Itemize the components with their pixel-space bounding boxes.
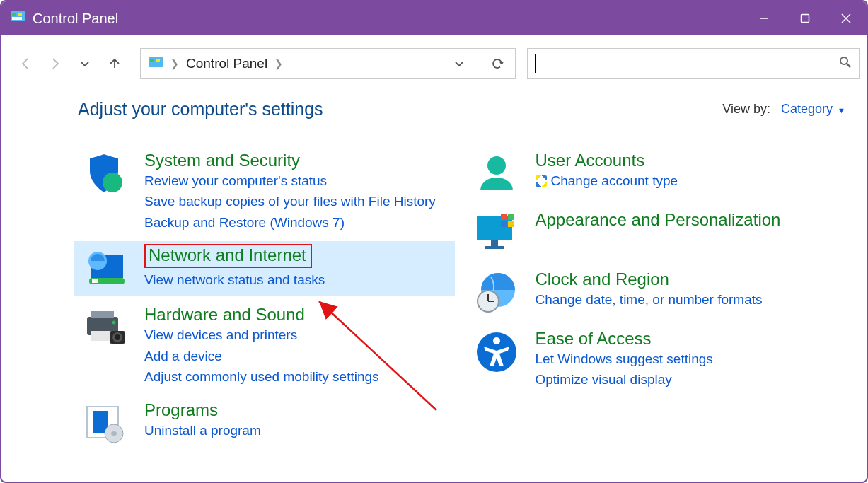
svg-rect-3 xyxy=(12,17,22,20)
svg-rect-9 xyxy=(150,59,154,62)
sublink[interactable]: Let Windows suggest settings xyxy=(536,349,846,369)
chevron-down-icon: ▼ xyxy=(838,106,845,115)
category-programs: Programs Uninstall a program xyxy=(78,396,455,451)
text-cursor xyxy=(535,54,536,73)
refresh-button[interactable] xyxy=(487,57,508,70)
left-column: System and Security Review your computer… xyxy=(78,146,455,455)
svg-rect-10 xyxy=(156,59,160,62)
maximize-button[interactable] xyxy=(785,1,826,35)
category-title[interactable]: Hardware and Sound xyxy=(144,305,305,324)
category-title[interactable]: Ease of Access xyxy=(536,329,652,348)
svg-rect-30 xyxy=(477,216,512,240)
forward-button[interactable] xyxy=(41,50,69,78)
printer-icon xyxy=(82,305,129,351)
view-by-value[interactable]: Category xyxy=(781,102,833,116)
svg-rect-31 xyxy=(491,240,498,246)
category-title[interactable]: User Accounts xyxy=(536,151,645,170)
sublink[interactable]: Optimize visual display xyxy=(536,369,846,390)
search-box[interactable] xyxy=(527,48,860,79)
programs-icon xyxy=(82,400,129,447)
svg-rect-33 xyxy=(501,214,507,220)
network-icon xyxy=(82,244,129,291)
sublink[interactable]: Backup and Restore (Windows 7) xyxy=(144,212,455,233)
svg-point-42 xyxy=(493,337,500,344)
svg-point-29 xyxy=(487,156,506,175)
category-hardware-sound: Hardware and Sound View devices and prin… xyxy=(78,301,455,391)
search-icon[interactable] xyxy=(839,56,852,71)
view-by[interactable]: View by: Category ▼ xyxy=(722,102,845,117)
clock-icon xyxy=(473,269,520,316)
category-title[interactable]: Network and Internet xyxy=(144,244,312,268)
category-title[interactable]: System and Security xyxy=(144,151,300,170)
content-area: Adjust your computer's settings View by:… xyxy=(1,92,867,462)
category-network-internet: Network and Internet View network status… xyxy=(74,241,455,296)
svg-rect-35 xyxy=(501,221,507,227)
category-title[interactable]: Clock and Region xyxy=(536,269,669,289)
sublink[interactable]: Change date, time, or number formats xyxy=(536,289,846,310)
address-dropdown[interactable] xyxy=(449,58,470,69)
toolbar: ❯ Control Panel ❯ xyxy=(1,35,867,92)
breadcrumb-separator: ❯ xyxy=(274,58,283,69)
right-column: User Accounts Change account type xyxy=(469,146,846,455)
sublink[interactable]: Save backup copies of your files with Fi… xyxy=(144,191,455,211)
category-system-security: System and Security Review your computer… xyxy=(78,146,455,237)
svg-point-24 xyxy=(115,334,120,340)
breadcrumb-text[interactable]: Control Panel xyxy=(186,56,267,71)
svg-rect-17 xyxy=(92,279,98,283)
address-bar[interactable]: ❯ Control Panel ❯ xyxy=(140,48,516,79)
sublink[interactable]: Add a device xyxy=(144,346,455,366)
user-icon xyxy=(473,151,520,197)
sublink[interactable]: View network status and tasks xyxy=(144,269,455,290)
category-title[interactable]: Programs xyxy=(144,400,218,419)
page-heading: Adjust your computer's settings xyxy=(78,99,323,120)
accessibility-icon xyxy=(473,329,520,376)
svg-point-28 xyxy=(111,431,117,436)
svg-rect-1 xyxy=(12,13,16,16)
category-appearance: Appearance and Personalization xyxy=(469,206,846,261)
minimize-button[interactable] xyxy=(743,1,785,35)
svg-rect-32 xyxy=(485,246,504,249)
breadcrumb-separator: ❯ xyxy=(170,58,179,69)
category-user-accounts: User Accounts Change account type xyxy=(469,146,846,202)
svg-point-13 xyxy=(103,173,122,192)
sublink[interactable]: View devices and printers xyxy=(144,325,455,345)
category-ease-of-access: Ease of Access Let Windows suggest setti… xyxy=(469,325,846,395)
sublink[interactable]: Change account type xyxy=(536,170,846,191)
window-title: Control Panel xyxy=(33,11,118,27)
svg-rect-5 xyxy=(802,15,809,23)
shield-icon xyxy=(82,151,129,197)
monitor-icon xyxy=(473,210,520,257)
category-clock-region: Clock and Region Change date, time, or n… xyxy=(469,265,846,320)
titlebar: Control Panel xyxy=(1,1,867,35)
app-icon xyxy=(10,11,25,26)
sublink[interactable]: Adjust commonly used mobility settings xyxy=(144,366,455,387)
up-button[interactable] xyxy=(100,50,129,78)
recent-dropdown[interactable] xyxy=(71,50,99,78)
sublink[interactable]: Uninstall a program xyxy=(144,420,455,441)
svg-rect-2 xyxy=(18,13,22,16)
category-title[interactable]: Appearance and Personalization xyxy=(536,210,781,229)
svg-rect-36 xyxy=(508,221,514,227)
view-by-label: View by: xyxy=(722,102,770,116)
svg-point-11 xyxy=(840,57,847,64)
svg-rect-34 xyxy=(508,214,514,220)
sublink[interactable]: Review your computer's status xyxy=(144,170,455,191)
svg-point-21 xyxy=(112,321,116,325)
control-panel-icon xyxy=(148,56,163,71)
svg-rect-19 xyxy=(91,311,114,318)
back-button[interactable] xyxy=(11,50,40,78)
close-button[interactable] xyxy=(826,1,867,35)
svg-line-12 xyxy=(847,64,850,67)
